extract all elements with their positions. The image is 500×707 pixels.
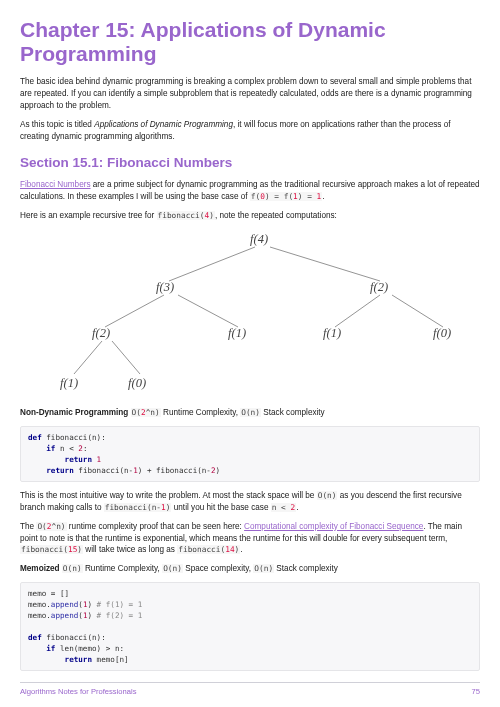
inline-code: O(n) xyxy=(253,564,274,573)
svg-line-1 xyxy=(270,247,380,281)
text: . xyxy=(322,192,324,201)
label: Memoized xyxy=(20,564,62,573)
paragraph: Fibonacci Numbers are a prime subject fo… xyxy=(20,179,480,203)
complexity-line-memo: Memoized O(n) Runtime Complexity, O(n) S… xyxy=(20,563,480,575)
text: As this topic is titled xyxy=(20,120,94,129)
text: runtime complexity proof that can be see… xyxy=(67,522,245,531)
svg-line-2 xyxy=(105,295,164,327)
inline-code: O(2^n) xyxy=(36,522,66,531)
tree-node: f(1) xyxy=(60,376,78,390)
text: Stack complexity xyxy=(261,408,325,417)
inline-code: O(n) xyxy=(317,491,338,500)
inline-code: O(n) xyxy=(162,564,183,573)
recursion-tree-diagram: f(4) f(3) f(2) f(2) f(1) f(1) f(0) f(1) … xyxy=(30,229,470,399)
inline-code: fibonacci(14) xyxy=(177,545,240,554)
text: Here is an example recursive tree for xyxy=(20,211,157,220)
code-block-memo: memo = [] memo.append(1) # f(1) = 1 memo… xyxy=(20,582,480,671)
topic-title-em: Applications of Dynamic Programming xyxy=(94,120,233,129)
tree-node: f(2) xyxy=(370,280,388,294)
svg-line-3 xyxy=(178,295,238,327)
page-footer: Algorithms Notes for Professionals 75 xyxy=(20,682,480,697)
text: will take twice as long as xyxy=(83,545,177,554)
complexity-proof-link[interactable]: Computational complexity of Fibonacci Se… xyxy=(244,522,423,531)
tree-node: f(0) xyxy=(128,376,146,390)
paragraph: This is the most intuitive way to write … xyxy=(20,490,480,514)
inline-code: O(n) xyxy=(240,408,261,417)
text: Stack complexity xyxy=(274,564,338,573)
footer-book-title: Algorithms Notes for Professionals xyxy=(20,686,136,697)
svg-line-5 xyxy=(392,295,443,327)
tree-node: f(1) xyxy=(323,326,341,340)
label: Non-Dynamic Programming xyxy=(20,408,131,417)
text: This is the most intuitive way to write … xyxy=(20,491,317,500)
complexity-line-nondp: Non-Dynamic Programming O(2^n) Runtime C… xyxy=(20,407,480,419)
inline-code: fibonacci(n-1) xyxy=(104,503,172,512)
footer-page-number: 75 xyxy=(472,686,480,697)
tree-node: f(2) xyxy=(92,326,110,340)
tree-node: f(3) xyxy=(156,280,174,294)
text: . xyxy=(240,545,242,554)
svg-line-7 xyxy=(112,341,140,374)
code-block-nondp: def fibonacci(n): if n < 2: return 1 ret… xyxy=(20,426,480,482)
tree-node: f(4) xyxy=(250,232,268,246)
text: Runtime Complexity, xyxy=(83,564,162,573)
tree-node: f(1) xyxy=(228,326,246,340)
text: Space complexity, xyxy=(183,564,253,573)
fibonacci-link[interactable]: Fibonacci Numbers xyxy=(20,180,91,189)
svg-line-6 xyxy=(74,341,102,374)
paragraph: The O(2^n) runtime complexity proof that… xyxy=(20,521,480,557)
inline-code: O(2^n) xyxy=(131,408,161,417)
inline-code: fibonacci(15) xyxy=(20,545,83,554)
inline-code: O(n) xyxy=(62,564,83,573)
text: , note the repeated computations: xyxy=(215,211,337,220)
chapter-title: Chapter 15: Applications of Dynamic Prog… xyxy=(20,18,480,66)
paragraph: Here is an example recursive tree for fi… xyxy=(20,210,480,222)
inline-code: f(0) = f(1) = 1 xyxy=(250,192,322,201)
inline-code: n < 2 xyxy=(271,503,296,512)
text: Runtime Complexity, xyxy=(161,408,240,417)
section-title: Section 15.1: Fibonacci Numbers xyxy=(20,153,480,173)
text: The xyxy=(20,522,36,531)
text: until you hit the base case xyxy=(171,503,270,512)
intro-paragraph-2: As this topic is titled Applications of … xyxy=(20,119,480,143)
inline-code: fibonacci(4) xyxy=(157,211,215,220)
svg-line-4 xyxy=(335,295,380,327)
tree-node: f(0) xyxy=(433,326,451,340)
intro-paragraph-1: The basic idea behind dynamic programmin… xyxy=(20,76,480,112)
text: . xyxy=(296,503,298,512)
svg-line-0 xyxy=(169,247,255,281)
